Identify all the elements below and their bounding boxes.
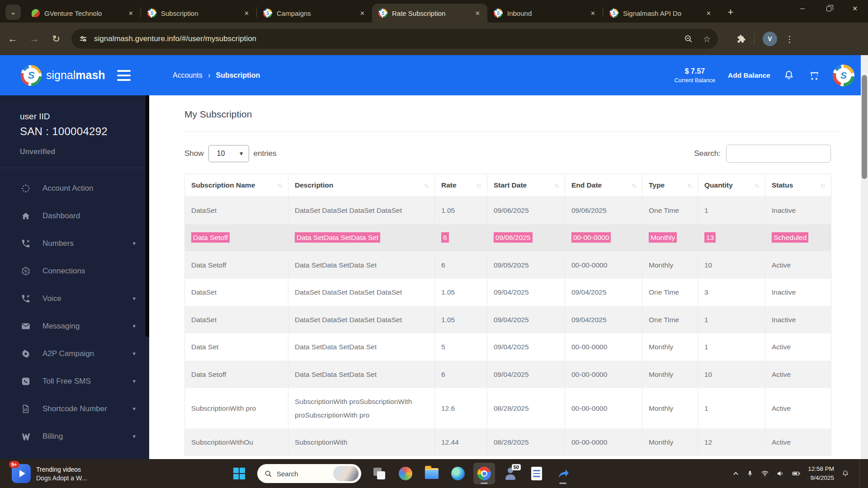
- sidebar-item-a2p-campaign[interactable]: A2P Campaign▾: [0, 340, 149, 367]
- sidebar-item-dashboard[interactable]: Dashboard: [0, 202, 149, 230]
- sidebar-item-voice[interactable]: Voice▾: [0, 285, 149, 312]
- browser-tab-subscription[interactable]: SSubscription✕: [141, 4, 256, 23]
- column-header-subscription-name[interactable]: Subscription Name↑↓: [185, 174, 288, 197]
- sidebar-item-account-action[interactable]: Account Action: [0, 174, 149, 202]
- column-header-type[interactable]: Type↑↓: [642, 174, 698, 197]
- search-input[interactable]: [726, 145, 831, 163]
- table-row[interactable]: DataSetDataSet DataSet DataSet DataSet1.…: [185, 306, 831, 333]
- column-header-end-date[interactable]: End Date↑↓: [565, 174, 642, 197]
- table-row[interactable]: SubscriptionWithOuSubscriptionWith12.440…: [185, 428, 831, 455]
- sidebar-item-numbers[interactable]: Numbers▾: [0, 230, 149, 257]
- notepad-icon[interactable]: [526, 463, 547, 484]
- tab-close-icon[interactable]: ✕: [703, 9, 714, 18]
- cart-icon[interactable]: [807, 69, 820, 82]
- sidebar-item-label: Billing: [42, 432, 132, 441]
- breadcrumb-accounts[interactable]: Accounts: [173, 71, 203, 80]
- notification-center-icon[interactable]: [841, 469, 849, 478]
- entries-label: entries: [254, 149, 277, 158]
- show-desktop-button[interactable]: [859, 459, 862, 488]
- notifications-bell-icon[interactable]: [783, 70, 795, 81]
- browser-tab-campaigns[interactable]: SCampaigns✕: [257, 4, 372, 23]
- column-header-quantity[interactable]: Quantity↑↓: [698, 174, 765, 197]
- sort-icon[interactable]: ↑↓: [821, 182, 825, 189]
- page-size-select[interactable]: 10▼: [208, 145, 249, 162]
- tab-search-button[interactable]: ⌄: [5, 5, 21, 20]
- edge-icon[interactable]: [447, 463, 469, 484]
- url-text: signalmash.gventure.info/#/user/mysubscr…: [94, 34, 674, 43]
- page-scrollbar[interactable]: [861, 55, 868, 459]
- window-restore-button[interactable]: [816, 0, 842, 17]
- widgets-button[interactable]: 9+ Trending videos Dogs Adopt a W...: [12, 464, 147, 483]
- table-row[interactable]: DataSetDataSet DataSet DataSet DataSet1.…: [185, 279, 831, 306]
- sidebar-item-connections[interactable]: Connections: [0, 257, 149, 285]
- table-cell: 1: [698, 306, 765, 333]
- bookmark-star-icon[interactable]: ☆: [703, 34, 711, 44]
- sort-icon[interactable]: ↑↓: [476, 182, 481, 189]
- profile-avatar[interactable]: V: [763, 32, 777, 46]
- sort-icon[interactable]: ↑↓: [278, 182, 282, 189]
- sidebar-toggle-icon[interactable]: [117, 70, 131, 81]
- account-avatar[interactable]: S: [833, 65, 854, 86]
- zoom-out-icon[interactable]: [684, 34, 693, 43]
- browser-tab-inbound[interactable]: SInbound✕: [487, 4, 603, 23]
- new-tab-button[interactable]: +: [724, 5, 737, 19]
- taskbar-search[interactable]: Search: [257, 464, 361, 483]
- browser-tab-gventure-technolo[interactable]: GVenture Technolo✕: [25, 4, 141, 23]
- reload-button[interactable]: ↻: [47, 30, 65, 48]
- tab-close-icon[interactable]: ✕: [126, 9, 136, 18]
- volume-icon[interactable]: [776, 469, 784, 478]
- sort-icon[interactable]: ↑↓: [554, 182, 559, 189]
- sort-icon[interactable]: ↑↓: [424, 182, 429, 189]
- table-row[interactable]: Data SetData SetData SetData Set509/04/2…: [185, 333, 831, 361]
- tab-close-icon[interactable]: ✕: [241, 9, 252, 18]
- table-cell: 08/28/2025: [487, 428, 565, 455]
- wifi-icon[interactable]: [761, 469, 769, 478]
- site-settings-icon[interactable]: [79, 34, 88, 43]
- signalmash-logo[interactable]: S signalmash: [21, 65, 105, 86]
- table-cell: 12: [698, 428, 765, 455]
- teams-icon[interactable]: 50: [500, 463, 521, 484]
- tab-close-icon[interactable]: ✕: [472, 9, 483, 18]
- sidebar-item-billing[interactable]: Billing▾: [0, 422, 149, 450]
- table-row[interactable]: Data SetoffData SetData SetData Set609/0…: [185, 224, 831, 251]
- tray-chevron-icon[interactable]: [732, 470, 739, 477]
- taskbar-clock[interactable]: 12:58 PM 9/4/2025: [808, 465, 834, 482]
- task-view-button[interactable]: [368, 463, 390, 484]
- window-minimize-button[interactable]: ─: [789, 0, 816, 17]
- window-close-button[interactable]: ✕: [842, 0, 868, 17]
- browser-menu-icon[interactable]: ⋮: [785, 34, 794, 44]
- add-balance-button[interactable]: Add Balance: [728, 71, 770, 80]
- sort-icon[interactable]: ↑↓: [632, 182, 636, 189]
- tab-close-icon[interactable]: ✕: [588, 9, 598, 18]
- sidebar-item-toll-free-sms[interactable]: Toll Free SMS▾: [0, 367, 149, 395]
- chrome-icon[interactable]: [473, 463, 495, 484]
- file-explorer-icon[interactable]: [421, 463, 443, 484]
- battery-icon[interactable]: [792, 469, 801, 478]
- table-row[interactable]: DataSetDataSet DataSet DataSet DataSet1.…: [185, 197, 831, 224]
- sidebar-item-label: Voice: [42, 294, 132, 303]
- sidebar-item-messaging[interactable]: Messaging▾: [0, 312, 149, 340]
- table-row[interactable]: Data SetoffData SetData SetData Set609/0…: [185, 361, 831, 388]
- sort-icon[interactable]: ↑↓: [755, 182, 759, 189]
- column-header-start-date[interactable]: Start Date↑↓: [487, 174, 565, 197]
- browser-tab-signalmash-api-do[interactable]: SSignalmash API Do✕: [603, 4, 718, 23]
- column-header-description[interactable]: Description↑↓: [288, 174, 435, 197]
- table-row[interactable]: SubscriptionWith proSubscriptionWith pro…: [185, 388, 831, 429]
- copilot-icon[interactable]: [395, 463, 416, 484]
- address-bar[interactable]: signalmash.gventure.info/#/user/mysubscr…: [71, 29, 718, 49]
- tab-close-icon[interactable]: ✕: [357, 9, 368, 18]
- column-header-status[interactable]: Status↑↓: [765, 174, 831, 197]
- browser-tab-rate-subscription[interactable]: SRate Subscription✕: [372, 4, 487, 23]
- column-header-rate[interactable]: Rate↑↓: [435, 174, 487, 197]
- sidebar-item-shortcode-number[interactable]: Shortcode Number▾: [0, 395, 149, 422]
- brand-text: signalmash: [46, 69, 105, 82]
- extensions-icon[interactable]: [736, 34, 746, 44]
- back-button[interactable]: ←: [4, 30, 22, 48]
- start-button[interactable]: [228, 463, 250, 484]
- share-arrow-icon[interactable]: [552, 463, 574, 484]
- sort-icon[interactable]: ↑↓: [687, 182, 692, 189]
- microphone-icon[interactable]: [746, 470, 754, 477]
- forward-button[interactable]: →: [25, 30, 43, 48]
- table-row[interactable]: Data SetoffData SetData SetData Set609/0…: [185, 251, 831, 278]
- table-cell: One Time: [642, 197, 698, 224]
